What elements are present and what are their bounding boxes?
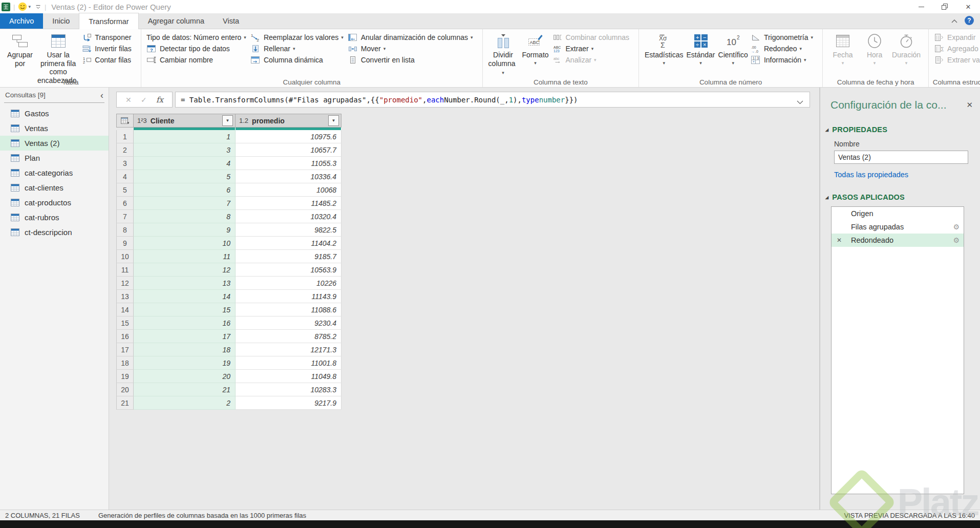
cell-promedio[interactable]: 10320.4 [236,210,342,223]
cell-cliente[interactable]: 14 [134,290,236,303]
cell-promedio[interactable]: 10657.7 [236,143,342,157]
ribbon-button-extraer-valores[interactable]: Extraer valores [933,54,980,66]
sidebar-item-cat-rubros[interactable]: cat-rubros [0,210,109,225]
cell-cliente[interactable]: 6 [134,183,236,197]
sidebar-item-cat-clientes[interactable]: cat-clientes [0,180,109,195]
select-all-corner[interactable] [116,114,134,128]
quick-access-customize-icon[interactable] [35,4,41,10]
cell-promedio[interactable]: 10283.3 [236,383,342,396]
ribbon-button-tipo-de-datos-numero-entero[interactable]: Tipo de datos: Número entero▾ [145,32,249,43]
row-number[interactable]: 18 [116,356,134,370]
formula-expand-icon[interactable] [797,98,803,106]
tab-vista[interactable]: Vista [214,13,248,29]
cell-cliente[interactable]: 18 [134,343,236,356]
sidebar-item-cat-productos[interactable]: cat-productos [0,195,109,210]
row-number[interactable]: 1 [116,130,134,143]
cell-cliente[interactable]: 3 [134,143,236,157]
query-name-field[interactable] [834,151,968,164]
ribbon-button-agregado[interactable]: ΣAgregado [933,43,980,54]
step-settings-gear-icon[interactable]: ⚙ [953,223,960,231]
cell-promedio[interactable]: 9185.7 [236,250,342,263]
tab-inicio[interactable]: Inicio [43,13,79,29]
cell-cliente[interactable]: 20 [134,370,236,383]
column-type-icon[interactable]: 1.2 [239,117,248,124]
status-profiling[interactable]: Generación de perfiles de columnas basad… [98,512,306,519]
ribbon-button-informacion[interactable]: 13+Información▾ [750,54,816,66]
tab-transformar[interactable]: Transformar [79,13,138,29]
filter-button-cliente[interactable]: ▼ [222,115,233,126]
ribbon-button-invertir-filas[interactable]: Invertir filas [80,43,135,54]
cell-promedio[interactable]: 11485.2 [236,197,342,210]
cell-cliente[interactable]: 9 [134,223,236,237]
tab-archivo[interactable]: Archivo [0,13,43,29]
minimize-button[interactable] [909,0,933,13]
ribbon-button-anular-dinamizacion-de-columnas[interactable]: Anular dinamización de columnas▾ [347,32,476,43]
formula-cancel-icon[interactable]: ✕ [125,96,132,104]
ribbon-button-trigonometria[interactable]: Trigonometría▾ [750,32,816,43]
restore-button[interactable] [933,0,956,13]
applied-step-origen[interactable]: Origen [832,207,964,220]
row-number[interactable]: 10 [116,250,134,263]
row-number[interactable]: 13 [116,290,134,303]
cell-promedio[interactable]: 10975.6 [236,130,342,143]
ribbon-button-detectar-tipo-de-datos[interactable]: ?Detectar tipo de datos [145,43,249,54]
row-number[interactable]: 5 [116,183,134,197]
sidebar-item-gastos[interactable]: Gastos [0,106,109,121]
cell-promedio[interactable]: 11143.9 [236,290,342,303]
cell-promedio[interactable]: 9217.9 [236,396,342,410]
collapse-ribbon-icon[interactable] [951,16,957,25]
help-icon[interactable]: ? [965,16,974,25]
cell-cliente[interactable]: 5 [134,170,236,183]
cell-promedio[interactable]: 12171.3 [236,343,342,356]
row-number[interactable]: 17 [116,343,134,356]
cell-cliente[interactable]: 11 [134,250,236,263]
row-number[interactable]: 20 [116,383,134,396]
ribbon-button-rellenar[interactable]: Rellenar▾ [249,43,347,54]
sidebar-item-ventas-2[interactable]: Ventas (2) [0,136,109,151]
row-number[interactable]: 16 [116,330,134,343]
formula-accept-icon[interactable]: ✓ [141,96,147,104]
ribbon-button-hora[interactable]: Hora▾ [860,31,889,66]
cell-promedio[interactable]: 9822.5 [236,223,342,237]
row-number[interactable]: 6 [116,197,134,210]
row-number[interactable]: 3 [116,157,134,170]
cell-cliente[interactable]: 10 [134,237,236,250]
ribbon-button-extraer[interactable]: ABC123Extraer▾ [551,43,633,54]
ribbon-button-fecha[interactable]: Fecha▾ [828,31,857,66]
cell-promedio[interactable]: 9230.4 [236,316,342,330]
cell-promedio[interactable]: 10226 [236,277,342,290]
applied-steps-section-header[interactable]: ◢ PASOS APLICADOS [825,193,980,201]
feedback-smiley-icon[interactable] [18,2,27,11]
cell-promedio[interactable]: 10336.4 [236,170,342,183]
row-number[interactable]: 15 [116,316,134,330]
cell-cliente[interactable]: 7 [134,197,236,210]
row-number[interactable]: 9 [116,237,134,250]
close-panel-icon[interactable]: ✕ [966,100,973,110]
delete-step-icon[interactable]: ✕ [837,237,842,244]
row-number[interactable]: 21 [116,396,134,410]
cell-promedio[interactable]: 11049.8 [236,370,342,383]
ribbon-button-columna-dinamica[interactable]: Columna dinámica [249,54,347,66]
cell-promedio[interactable]: 11001.8 [236,356,342,370]
cell-cliente[interactable]: 8 [134,210,236,223]
ribbon-button-transponer[interactable]: Transponer [80,32,135,43]
cell-cliente[interactable]: 12 [134,263,236,277]
ribbon-button-cambiar-nombre[interactable]: Cambiar nombre [145,54,249,66]
ribbon-button-mover[interactable]: Mover▾ [347,43,476,54]
ribbon-button-cientifico[interactable]: 102Científico▾ [718,31,748,66]
collapse-sidebar-icon[interactable]: ‹ [100,91,103,100]
ribbon-button-contar-filas[interactable]: 12Contar filas [80,54,135,66]
row-number[interactable]: 8 [116,223,134,237]
cell-cliente[interactable]: 1 [134,130,236,143]
cell-promedio[interactable]: 10563.9 [236,263,342,277]
tab-agregar-columna[interactable]: Agregar columna [139,13,214,29]
step-settings-gear-icon[interactable]: ⚙ [953,236,960,244]
applied-step-filas-agrupadas[interactable]: Filas agrupadas⚙ [832,220,964,234]
sidebar-item-ct-descripcion[interactable]: ct-descripcion [0,225,109,240]
cell-promedio[interactable]: 11055.3 [236,157,342,170]
row-number[interactable]: 7 [116,210,134,223]
cell-cliente[interactable]: 19 [134,356,236,370]
row-number[interactable]: 11 [116,263,134,277]
sidebar-item-cat-categorias[interactable]: cat-categorias [0,165,109,180]
cell-promedio[interactable]: 11088.6 [236,303,342,316]
